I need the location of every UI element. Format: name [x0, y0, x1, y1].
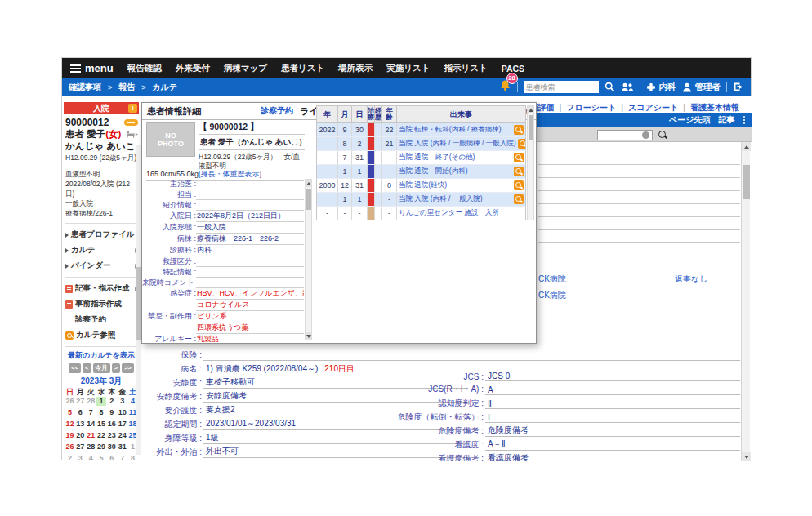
menu-item[interactable]: 報告確認	[127, 63, 162, 74]
scroll-up-button[interactable]	[742, 142, 751, 151]
lifeview-row[interactable]: 8221当院 入院 (内科 / 一般病棟 / 一般入院)	[316, 137, 526, 151]
more-options-icon[interactable]	[743, 116, 746, 125]
detail-field-value[interactable]: 乳製品	[196, 334, 304, 344]
lifeview-row[interactable]: 11当院 通院 開始(内科)	[316, 165, 526, 179]
calendar-day[interactable]: 27	[75, 397, 86, 406]
calendar-day[interactable]: 7	[117, 454, 127, 461]
alert-badge[interactable]: !	[128, 104, 137, 113]
calendar-nav-button[interactable]: >>	[122, 363, 134, 373]
form-value[interactable]	[203, 360, 740, 361]
menu-button[interactable]: menu	[70, 62, 114, 74]
form-value[interactable]: A	[485, 385, 740, 395]
search-button[interactable]	[605, 82, 615, 92]
calendar-nav-button[interactable]: <<	[69, 363, 81, 373]
calendar-day[interactable]: 13	[75, 420, 86, 429]
menu-item[interactable]: 外来受付	[176, 63, 210, 74]
calendar-day[interactable]: 6	[106, 454, 117, 461]
detail-field-value[interactable]: HBV、HCV、インフルエンザ、新型	[196, 288, 304, 300]
menu-item[interactable]: 病棟マップ	[224, 63, 267, 74]
scrollbar-thumb[interactable]	[743, 165, 750, 199]
calendar-day[interactable]: 21	[86, 431, 96, 440]
lifeview-row[interactable]: 11-当院 入院 (内科 / 一般入院)	[316, 193, 526, 207]
detail-field-value[interactable]: 内科	[196, 245, 304, 256]
calendar-day[interactable]: 2	[65, 454, 75, 461]
sidebar-scrollbar[interactable]	[136, 145, 141, 455]
calendar-day[interactable]: 23	[106, 431, 117, 440]
zoom-button[interactable]	[514, 153, 524, 162]
calendar-day[interactable]: 27	[75, 443, 86, 452]
message-row[interactable]: CK病院返事なし	[538, 271, 740, 287]
menu-item[interactable]: 実施リスト	[386, 63, 430, 74]
zoom-button[interactable]	[514, 167, 524, 176]
calendar-day[interactable]: 28	[86, 397, 96, 406]
sidebar-item[interactable]: 事前指示作成	[62, 296, 141, 312]
detail-field-value[interactable]: コロナウイルス	[196, 300, 304, 311]
form-value[interactable]: Ⅰ	[485, 413, 740, 423]
calendar-day[interactable]: 20	[75, 431, 86, 440]
breadcrumb-item[interactable]: 報告	[118, 82, 135, 93]
record-tab[interactable]: スコアシート	[628, 102, 678, 113]
detail-field-value[interactable]	[196, 267, 304, 278]
calendar-day[interactable]: 1	[96, 397, 107, 406]
reserve-link[interactable]: 診察予約	[261, 105, 293, 117]
sidebar-item[interactable]: 患者プロファイル	[62, 227, 141, 242]
calendar-day[interactable]: 9	[106, 408, 117, 417]
calendar-day[interactable]: 31	[117, 443, 127, 452]
detail-field-value[interactable]: 療養病棟 226-1 226-2	[196, 234, 304, 245]
notification-bell[interactable]: 28	[499, 79, 511, 91]
menu-item[interactable]: 患者リスト	[281, 63, 324, 74]
page-top-link[interactable]: ページ先頭	[669, 114, 710, 126]
scroll-down-button[interactable]	[306, 332, 311, 340]
record-search-icon[interactable]	[658, 130, 667, 140]
lifeview-row[interactable]: 200012310当院 退院(軽快)	[316, 179, 526, 193]
calendar-day[interactable]: 17	[117, 420, 127, 429]
detail-field-value[interactable]	[196, 256, 304, 267]
detail-field-value[interactable]: 2022年8月2日（212日目）	[196, 211, 304, 222]
detail-field-value[interactable]	[196, 189, 304, 200]
zoom-button[interactable]	[514, 125, 524, 135]
zoom-button[interactable]	[518, 139, 525, 149]
calendar-nav-button[interactable]: >	[112, 363, 120, 373]
calendar-day[interactable]: 15	[96, 420, 107, 429]
scroll-up-button[interactable]	[306, 180, 311, 187]
detail-field-value[interactable]: ピリン系	[196, 311, 304, 322]
calendar-day[interactable]: 24	[117, 431, 127, 440]
form-value[interactable]: 危険度備考	[485, 425, 740, 437]
form-value[interactable]: Ⅱ	[485, 399, 740, 409]
clear-search-icon[interactable]	[642, 131, 649, 139]
zoom-button[interactable]	[514, 194, 524, 204]
sidebar-item[interactable]: カルテ参照	[62, 327, 141, 343]
calendar-day[interactable]: 12	[65, 420, 75, 429]
patient-list-button[interactable]	[621, 82, 634, 92]
calendar-day[interactable]: 28	[86, 443, 96, 452]
lifeview-scrollbar[interactable]	[527, 105, 534, 220]
calendar-day[interactable]: 19	[65, 431, 75, 440]
scroll-up-button[interactable]	[528, 106, 533, 113]
calendar-day[interactable]: 6	[75, 408, 86, 417]
calendar-day[interactable]: 30	[106, 443, 117, 452]
form-value[interactable]: A－Ⅱ	[485, 438, 740, 451]
scrollbar-thumb[interactable]	[529, 115, 533, 140]
content-scrollbar[interactable]	[741, 142, 750, 461]
breadcrumb-item[interactable]: 確認事項	[69, 82, 101, 93]
lifeview-row[interactable]: ----りんごの里センター 施設 入所	[316, 207, 526, 220]
scrollbar-thumb[interactable]	[306, 189, 311, 210]
calendar-day[interactable]: 14	[86, 420, 96, 429]
user-menu[interactable]: 管理者	[682, 82, 721, 93]
lifeview-row[interactable]: 202293022当院 転棟・転科(内科 / 療養病棟)	[316, 123, 526, 137]
calendar-day[interactable]: 3	[75, 454, 86, 461]
calendar-nav-button[interactable]: 今月	[93, 363, 110, 373]
calendar-day[interactable]: 4	[86, 454, 96, 461]
calendar-nav-button[interactable]: <	[83, 363, 91, 373]
calendar-day[interactable]: 3	[117, 397, 127, 406]
calendar-day[interactable]: 16	[106, 420, 117, 429]
bed-icon[interactable]	[127, 131, 138, 138]
detail-field-value[interactable]	[196, 179, 304, 189]
calendar-day[interactable]: 8	[96, 408, 107, 417]
lifeview-row[interactable]: 731当院 通院 終了(その他)	[316, 151, 526, 165]
calendar-day[interactable]: 5	[65, 408, 75, 417]
sidebar-item[interactable]: カルテ	[62, 242, 141, 258]
menu-item[interactable]: 指示リスト	[444, 63, 487, 74]
sidebar-item[interactable]: 記事・指示作成	[62, 281, 141, 296]
hospital-name-link[interactable]: CK病院	[538, 274, 566, 283]
